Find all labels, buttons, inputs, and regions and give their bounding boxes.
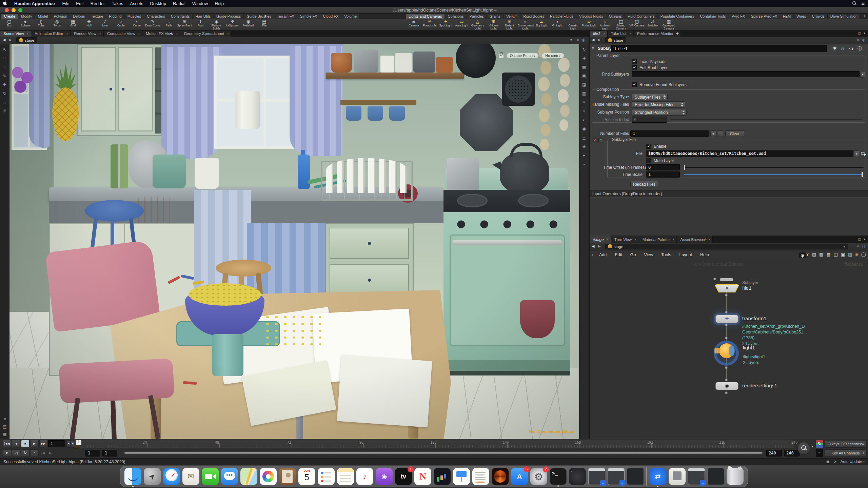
spot-light-tool[interactable]: ✦Spot Light xyxy=(438,19,454,30)
edit-root-layer-label[interactable]: Edit Root Layer xyxy=(639,65,668,70)
enable-checkbox[interactable] xyxy=(646,144,651,149)
find-sublayers-field[interactable] xyxy=(632,71,860,77)
grid-toggle-icon[interactable]: ▦ xyxy=(582,65,586,69)
asset-box-icon[interactable]: ■ xyxy=(855,252,858,257)
select-icon[interactable]: ↖ xyxy=(3,47,6,52)
slider-handle[interactable] xyxy=(684,165,685,170)
remove-file-button[interactable]: − xyxy=(717,130,723,137)
fx-icon[interactable]: ✳ xyxy=(582,109,586,113)
reorder-sublayer-button[interactable]: ⇅ xyxy=(598,138,604,143)
shelf-tab[interactable]: Simple FX xyxy=(297,14,320,19)
network-menu-item[interactable]: Help xyxy=(696,252,713,257)
dock-icon-launchpad[interactable]: ➤ xyxy=(144,468,161,485)
grip-icon[interactable]: ▦ xyxy=(3,432,6,436)
half-shade-icon[interactable]: ◐ xyxy=(583,118,585,122)
play-button[interactable]: ▶ xyxy=(30,440,39,447)
shelf-tab[interactable]: Guide Brushes xyxy=(244,14,274,19)
shelf-overflow-icon[interactable]: ▾ xyxy=(864,14,865,18)
nav-back-icon[interactable]: ◀ xyxy=(592,244,594,248)
pin-icon[interactable]: ⇥ xyxy=(855,38,859,42)
shelf-tab[interactable]: Hair Utils xyxy=(193,14,214,19)
menu-item[interactable]: File xyxy=(59,1,73,6)
apple-menu-icon[interactable] xyxy=(0,0,10,6)
dock-icon-window-4[interactable] xyxy=(688,468,705,485)
set-key-button[interactable] xyxy=(797,442,810,455)
node-name-label[interactable]: transform1 xyxy=(742,316,767,321)
layout-icon[interactable]: ▤ xyxy=(3,425,6,429)
dock-icon-textedit[interactable] xyxy=(472,468,489,485)
node-connector[interactable] xyxy=(725,337,728,339)
shelf-tab[interactable]: Sparse Pyro FX xyxy=(748,14,780,19)
menu-item[interactable]: Radial xyxy=(170,1,189,6)
range-jump-start-icon[interactable]: |◀ xyxy=(41,451,45,455)
target-icon[interactable]: ◎ xyxy=(862,244,865,248)
node-edit-icon[interactable]: ▣ xyxy=(841,252,845,257)
box-tool[interactable]: ▢Box xyxy=(1,19,17,30)
handle-missing-files-dropdown[interactable]: Error for Missing Files xyxy=(632,101,685,108)
network-menu-item[interactable]: View xyxy=(640,252,657,257)
add-file-button[interactable]: + xyxy=(710,130,716,137)
jump-end-button[interactable]: ▶▶| xyxy=(39,440,48,447)
node-transform1[interactable]: ✚ xyxy=(715,315,738,323)
dock-icon-system-preferences[interactable]: ⚙ 2 xyxy=(530,468,547,485)
network-tab[interactable]: /stage✕ xyxy=(590,236,611,243)
houdini-help-icon[interactable]: H xyxy=(841,46,844,51)
shelf-tab[interactable]: Rigid Bodies xyxy=(520,14,547,19)
auto-key-icon[interactable]: ↻ xyxy=(816,440,823,448)
shelf-tab[interactable]: FEM xyxy=(780,14,794,19)
camera-menu[interactable]: No cam ▾ xyxy=(541,53,564,58)
normals-icon[interactable]: △ xyxy=(583,136,586,140)
shelf-tab[interactable]: Collisions xyxy=(445,14,467,19)
jump-start-button[interactable]: |◀◀ xyxy=(3,440,11,447)
switcher-tool[interactable]: ⇄Switcher xyxy=(645,19,661,30)
shelf-tab[interactable]: Cloud FX xyxy=(320,14,341,19)
grid-tool[interactable]: ▦Grid xyxy=(65,19,81,30)
stow-icon[interactable]: ≡ xyxy=(3,417,6,421)
sky-light-tool[interactable]: ☁Sky Light xyxy=(533,19,549,30)
menu-item[interactable]: Render xyxy=(87,1,108,6)
point-light-tool[interactable]: ✳Point Light xyxy=(422,19,438,30)
image-plus-icon[interactable]: ▨ xyxy=(848,252,852,257)
nav-back-icon[interactable]: ◀ xyxy=(3,38,5,42)
close-tab-icon[interactable]: ✕ xyxy=(606,238,609,241)
search-params-icon[interactable] xyxy=(849,47,853,51)
dock-icon-window-2[interactable] xyxy=(608,468,625,485)
enable-label[interactable]: Enable xyxy=(654,144,666,149)
distant-light-tool[interactable]: ☀Distant Light xyxy=(501,19,517,30)
minimize-window-button[interactable] xyxy=(12,8,16,12)
platonic-solids-tool[interactable]: ◈Platonic Solids xyxy=(209,19,224,30)
draw-curve-tool[interactable]: ✎Draw Curve xyxy=(145,19,161,30)
menu-app-name[interactable]: Houdini Apprentice xyxy=(11,1,58,6)
shelf-tab[interactable]: Constraints xyxy=(168,14,193,19)
texture-icon[interactable]: ▥ xyxy=(582,92,586,96)
shelf-tab[interactable]: Guide Process xyxy=(214,14,244,19)
channels-wave-icon[interactable]: ~ xyxy=(816,449,823,457)
caustic-light-tool[interactable]: ≈Caustic Light xyxy=(565,19,581,30)
close-tab-icon[interactable]: ✕ xyxy=(672,238,675,241)
file-dropdown[interactable]: ▾ xyxy=(854,150,859,157)
cook-mode-icon[interactable]: ⟳ xyxy=(833,460,836,464)
area-light-tool[interactable]: ▭Area Light xyxy=(454,19,470,30)
dock-icon-tv[interactable]: tv 1 xyxy=(395,468,412,485)
rotate-icon[interactable]: ↻ xyxy=(3,92,6,96)
window-titlebar[interactable]: /Users/apple/hdOctaneScenes/KitchenSetLi… xyxy=(0,7,868,14)
pin-icon[interactable]: ⇥ xyxy=(575,38,578,42)
time-offset-slider[interactable] xyxy=(684,167,864,168)
volume-light-tool[interactable]: ✽Volume Light xyxy=(486,19,501,30)
key-options-icon[interactable]: ▾ xyxy=(812,445,813,448)
pane-tab[interactable]: Composite View✕ xyxy=(104,31,143,37)
node-connector[interactable] xyxy=(725,324,728,326)
spray-paint-tool[interactable]: ✳Spray Paint xyxy=(177,19,193,30)
node-rendersettings1[interactable]: ◉ xyxy=(715,382,738,390)
gear-menu-icon[interactable]: ✱ xyxy=(833,46,837,51)
network-menu-item[interactable]: Add xyxy=(595,252,611,257)
stop-button[interactable]: ■ xyxy=(21,440,29,447)
keys-info-button[interactable]: 0 keys, 0/0 channels▲ xyxy=(825,440,867,448)
file-tool[interactable]: ▤File xyxy=(256,19,272,30)
shelf-tab[interactable]: Particle Fluids xyxy=(547,14,576,19)
dock-icon-installer[interactable] xyxy=(669,468,686,485)
nav-back-icon[interactable]: ◀ xyxy=(592,38,594,42)
circle-tool[interactable]: ○Circle xyxy=(113,19,129,30)
handles-icon[interactable]: ✚ xyxy=(3,83,6,87)
delete-sublayer-button[interactable]: ✕ xyxy=(592,138,597,143)
